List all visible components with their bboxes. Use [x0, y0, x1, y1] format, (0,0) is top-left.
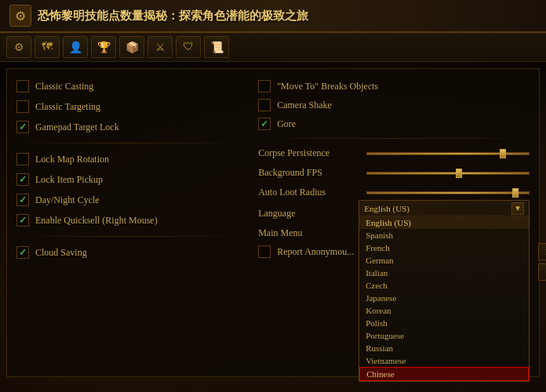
gamepad-target-lock-checkbox[interactable]: ✓: [16, 121, 29, 133]
settings-container: Classic Casting Classic Targeting ✓ Game…: [0, 62, 546, 383]
enable-quicksell-label: Enable Quicksell (Right Mouse): [35, 215, 158, 227]
language-dropdown-list[interactable]: English (US) ▼ English (US) Spanish Fren…: [359, 200, 530, 382]
report-anonymous-checkbox[interactable]: [258, 245, 271, 258]
toolbar-map-btn[interactable]: 🗺: [35, 36, 60, 58]
camera-shake-checkbox[interactable]: [258, 99, 271, 111]
lock-map-rotation-label: Lock Map Rotation: [35, 154, 109, 165]
day-night-cycle-check: ✓: [19, 194, 27, 206]
lock-item-pickup-check: ✓: [19, 174, 27, 186]
language-option-german[interactable]: German: [359, 254, 529, 267]
corpse-persistence-thumb[interactable]: [500, 149, 506, 158]
cloud-saving-checkbox[interactable]: ✓: [16, 246, 29, 259]
classic-targeting-checkbox[interactable]: [16, 100, 29, 113]
auto-loot-radius-track[interactable]: [366, 191, 530, 194]
background-fps-label: Background FPS: [258, 167, 360, 179]
language-option-english-us[interactable]: English (US): [359, 216, 529, 229]
gore-item[interactable]: ✓ Gore: [258, 116, 530, 132]
enable-quicksell-item[interactable]: ✓ Enable Quicksell (Right Mouse): [16, 212, 242, 228]
move-to-breaks-checkbox[interactable]: [258, 80, 271, 93]
divider-1: [16, 143, 242, 143]
enable-quicksell-check: ✓: [19, 215, 27, 227]
gamepad-target-lock-item[interactable]: ✓ Gamepad Target Lock: [16, 119, 242, 135]
language-option-french[interactable]: French: [359, 241, 529, 254]
gear-icon: ⚙: [9, 5, 31, 27]
page-title: 恐怖黎明技能点数量揭秘：探索角色潜能的极致之旅: [38, 9, 537, 24]
auto-loot-radius-thumb[interactable]: [512, 188, 519, 198]
corpse-persistence-item: Corpse Persistence: [258, 145, 530, 162]
language-option-spanish[interactable]: Spanish: [359, 229, 529, 241]
classic-targeting-label: Classic Targeting: [35, 101, 100, 113]
cloud-saving-check: ✓: [19, 247, 27, 259]
language-option-italian[interactable]: Italian: [359, 267, 529, 279]
title-bar: ⚙ 恐怖黎明技能点数量揭秘：探索角色潜能的极致之旅: [0, 0, 546, 33]
gamepad-target-lock-label: Gamepad Target Lock: [35, 122, 119, 133]
classic-casting-label: Classic Casting: [35, 81, 93, 93]
language-list[interactable]: English (US) Spanish French German Itali…: [359, 216, 529, 381]
toolbar-inventory-btn[interactable]: 📦: [119, 36, 144, 58]
auto-loot-radius-label: Auto Loot Radius: [258, 187, 360, 198]
day-night-cycle-item[interactable]: ✓ Day/Night Cycle: [16, 192, 242, 208]
language-dropdown-selected: English (US): [364, 204, 410, 213]
language-option-russian[interactable]: Russian: [359, 342, 529, 354]
corpse-persistence-label: Corpse Persistence: [258, 147, 360, 159]
toolbar-shield-btn[interactable]: 🛡: [176, 36, 201, 58]
right-column: "Move To" Breaks Objects Camera Shake ✓ …: [258, 78, 530, 367]
move-to-breaks-item[interactable]: "Move To" Breaks Objects: [258, 78, 530, 94]
language-label: Language: [258, 208, 360, 220]
gore-label: Gore: [277, 118, 296, 130]
gamepad-target-lock-check: ✓: [19, 122, 27, 133]
classic-targeting-item[interactable]: Classic Targeting: [16, 99, 242, 114]
settings-panel: Classic Casting Classic Targeting ✓ Game…: [6, 68, 540, 377]
cloud-saving-label: Cloud Saving: [35, 247, 87, 259]
cloud-saving-item[interactable]: ✓ Cloud Saving: [16, 245, 242, 260]
language-option-portuguese[interactable]: Portuguese: [359, 329, 529, 342]
lock-map-rotation-checkbox[interactable]: [16, 153, 29, 165]
day-night-cycle-checkbox[interactable]: ✓: [16, 194, 29, 206]
default-button[interactable]: Default: [538, 243, 546, 260]
cancel-button[interactable]: Cancel: [538, 263, 546, 281]
gore-check: ✓: [260, 118, 268, 130]
camera-shake-label: Camera Shake: [277, 100, 332, 111]
lock-item-pickup-checkbox[interactable]: ✓: [16, 173, 29, 186]
day-night-cycle-label: Day/Night Cycle: [35, 194, 100, 206]
language-dropdown-header: English (US) ▼: [359, 201, 529, 216]
action-buttons: Default Cancel: [538, 243, 546, 281]
language-option-czech[interactable]: Czech: [359, 279, 529, 292]
background-fps-track[interactable]: [366, 172, 530, 175]
corpse-persistence-track[interactable]: [366, 152, 530, 155]
toolbar-character-btn[interactable]: 👤: [63, 36, 88, 58]
language-option-polish[interactable]: Polish: [359, 317, 529, 329]
divider-2: [16, 236, 242, 237]
divider-right-1: [258, 138, 530, 139]
toolbar-combat-btn[interactable]: ⚔: [147, 36, 173, 58]
language-option-japanese[interactable]: Japanese: [359, 292, 529, 304]
left-column: Classic Casting Classic Targeting ✓ Game…: [16, 78, 242, 367]
auto-loot-radius-item: Auto Loot Radius: [258, 184, 530, 201]
lock-map-rotation-item[interactable]: Lock Map Rotation: [16, 151, 242, 167]
camera-shake-item[interactable]: Camera Shake: [258, 97, 530, 113]
language-option-chinese[interactable]: Chinese: [359, 367, 529, 381]
move-to-breaks-label: "Move To" Breaks Objects: [277, 81, 378, 93]
lock-item-pickup-label: Lock Item Pickup: [35, 174, 103, 186]
lock-item-pickup-item[interactable]: ✓ Lock Item Pickup: [16, 172, 242, 187]
background-fps-item: Background FPS: [258, 165, 530, 181]
background-fps-thumb[interactable]: [456, 169, 462, 178]
toolbar-settings-btn[interactable]: ⚙: [6, 36, 31, 58]
enable-quicksell-checkbox[interactable]: ✓: [16, 214, 29, 227]
toolbar: ⚙ 🗺 👤 🏆 📦 ⚔ 🛡 📜: [0, 33, 546, 62]
main-menu-label: Main Menu: [258, 227, 360, 239]
dropdown-close-btn[interactable]: ▼: [511, 202, 524, 215]
classic-casting-checkbox[interactable]: [16, 80, 29, 93]
language-option-korean[interactable]: Korean: [359, 304, 529, 317]
toolbar-log-btn[interactable]: 📜: [204, 36, 229, 58]
report-anonymous-label: Report Anonymou...: [277, 246, 354, 258]
language-option-vietnamese[interactable]: Vietnamese: [359, 354, 529, 367]
toolbar-achievements-btn[interactable]: 🏆: [91, 36, 116, 58]
classic-casting-item[interactable]: Classic Casting: [16, 78, 242, 94]
gore-checkbox[interactable]: ✓: [258, 118, 271, 130]
